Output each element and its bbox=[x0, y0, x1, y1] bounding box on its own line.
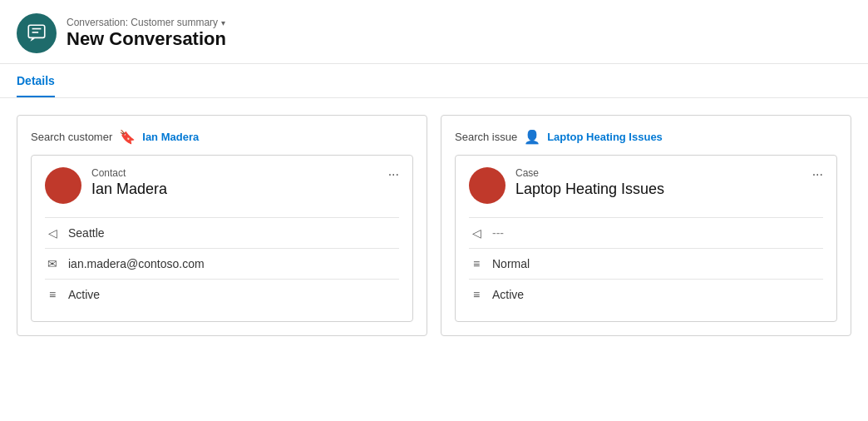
issue-card-header: Case Laptop Heating Issues ··· bbox=[469, 167, 823, 204]
customer-search-value[interactable]: Ian Madera bbox=[142, 131, 199, 143]
tabs-bar: Details bbox=[0, 64, 868, 98]
customer-email-value: ian.madera@contoso.com bbox=[68, 257, 205, 270]
conversation-icon bbox=[26, 22, 47, 44]
issue-field-location: ◁ --- bbox=[469, 217, 823, 248]
customer-card-header: Contact Ian Madera ··· bbox=[45, 167, 399, 204]
issue-location-value: --- bbox=[492, 226, 504, 240]
priority-icon: ≡ bbox=[469, 257, 484, 270]
customer-location-value: Seattle bbox=[68, 226, 105, 240]
issue-card-type: Case bbox=[515, 167, 812, 179]
issue-title-block: Case Laptop Heating Issues bbox=[515, 167, 812, 198]
page-header: Conversation: Customer summary ▾ New Con… bbox=[0, 0, 868, 64]
search-issue-icon: 👤 bbox=[524, 129, 540, 145]
customer-status-value: Active bbox=[68, 288, 100, 301]
subtitle-text: Conversation: Customer summary bbox=[67, 17, 218, 28]
customer-search-row: Search customer 🔖 Ian Madera bbox=[31, 129, 413, 145]
issue-search-row: Search issue 👤 Laptop Heating Issues bbox=[455, 129, 837, 145]
issue-field-status: ≡ Active bbox=[469, 279, 823, 310]
issue-location-icon: ◁ bbox=[469, 226, 484, 240]
customer-more-button[interactable]: ··· bbox=[388, 167, 399, 182]
customer-field-status: ≡ Active bbox=[45, 279, 399, 310]
issue-priority-value: Normal bbox=[492, 257, 530, 270]
customer-card-name: Ian Madera bbox=[91, 181, 388, 198]
customer-field-location: ◁ Seattle bbox=[45, 217, 399, 248]
customer-avatar bbox=[45, 167, 81, 204]
page-title: New Conversation bbox=[67, 28, 226, 50]
customer-field-email: ✉ ian.madera@contoso.com bbox=[45, 248, 399, 279]
header-text-block: Conversation: Customer summary ▾ New Con… bbox=[67, 17, 226, 50]
tab-details[interactable]: Details bbox=[17, 64, 55, 97]
customer-panel: Search customer 🔖 Ian Madera Contact Ian… bbox=[17, 115, 427, 336]
header-icon bbox=[17, 13, 57, 53]
svg-rect-0 bbox=[28, 25, 45, 37]
search-customer-icon: 🔖 bbox=[119, 129, 136, 145]
issue-panel: Search issue 👤 Laptop Heating Issues Cas… bbox=[441, 115, 851, 336]
customer-search-label: Search customer bbox=[31, 131, 112, 143]
chevron-down-icon[interactable]: ▾ bbox=[221, 18, 225, 27]
issue-status-value: Active bbox=[492, 288, 524, 301]
status-icon: ≡ bbox=[45, 288, 60, 301]
location-icon: ◁ bbox=[45, 226, 60, 240]
issue-more-button[interactable]: ··· bbox=[812, 167, 823, 182]
issue-field-priority: ≡ Normal bbox=[469, 248, 823, 279]
header-subtitle[interactable]: Conversation: Customer summary ▾ bbox=[67, 17, 226, 28]
issue-avatar bbox=[469, 167, 506, 204]
issue-card: Case Laptop Heating Issues ··· ◁ --- ≡ N… bbox=[455, 155, 837, 322]
issue-card-name: Laptop Heating Issues bbox=[515, 181, 812, 198]
issue-status-icon: ≡ bbox=[469, 288, 484, 301]
issue-search-value[interactable]: Laptop Heating Issues bbox=[547, 131, 663, 143]
customer-title-block: Contact Ian Madera bbox=[91, 167, 388, 198]
email-icon: ✉ bbox=[45, 257, 60, 270]
main-content: Search customer 🔖 Ian Madera Contact Ian… bbox=[0, 98, 868, 353]
customer-card: Contact Ian Madera ··· ◁ Seattle ✉ ian.m… bbox=[31, 155, 413, 322]
customer-card-type: Contact bbox=[91, 167, 388, 179]
issue-search-label: Search issue bbox=[455, 131, 517, 143]
